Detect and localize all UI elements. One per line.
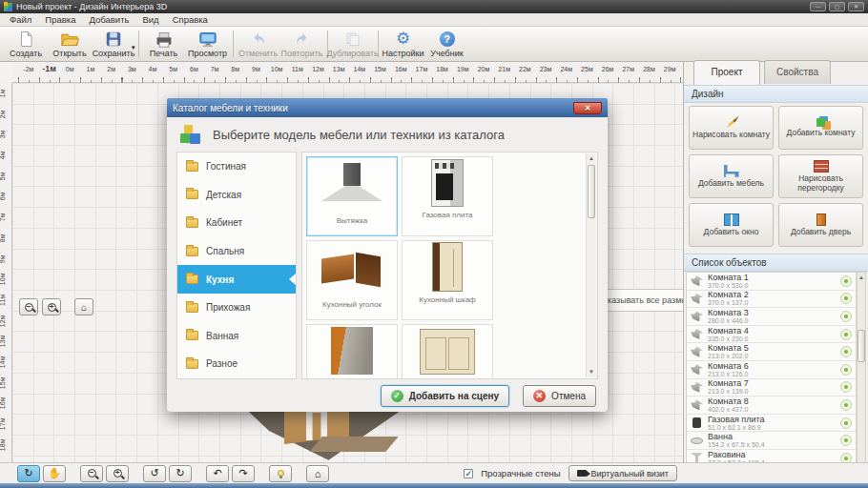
objects-scrollbar[interactable]: ▲ ▼ — [857, 272, 866, 481]
visibility-eye-icon[interactable] — [840, 364, 852, 376]
visibility-eye-icon[interactable] — [840, 329, 852, 340]
visibility-eye-icon[interactable] — [840, 293, 852, 304]
add-window-button[interactable]: Добавить окно — [689, 203, 774, 247]
object-name: Газовая плита — [708, 415, 836, 424]
draw-partition-button[interactable]: Нарисовать перегородку — [778, 154, 863, 198]
object-list-item[interactable]: Комната 4 335.0 x 230.0 — [687, 326, 856, 344]
draw-room-button[interactable]: Нарисовать комнату — [689, 106, 774, 150]
pan-tool-button[interactable]: ✋ — [43, 465, 66, 482]
add-door-button[interactable]: Добавить дверь — [778, 203, 863, 247]
visibility-eye-icon[interactable] — [840, 435, 852, 446]
catalog-item[interactable]: Кухонный шкаф — [402, 240, 493, 320]
scroll-up-icon[interactable]: ▲ — [587, 153, 596, 164]
cancel-button[interactable]: ✕ Отмена — [523, 385, 596, 407]
settings-button[interactable]: ⚙ Настройки — [382, 28, 425, 60]
tab-project[interactable]: Проект — [693, 60, 760, 85]
catalog-item[interactable]: Полка угловая — [306, 324, 398, 378]
preview-button[interactable]: Просмотр — [186, 28, 230, 60]
add-furniture-button[interactable]: Добавить мебель — [689, 154, 774, 198]
category-label: Гостиная — [206, 161, 246, 172]
object-text: Комната 2 370.0 x 137.0 — [708, 290, 836, 307]
tutorial-button[interactable]: ? Учебник — [425, 28, 469, 60]
category-item[interactable]: Прихожая — [177, 294, 296, 322]
zoom-out-button[interactable]: − — [19, 298, 38, 315]
design-buttons: Нарисовать комнату Добавить комнату Доба… — [689, 106, 863, 247]
object-list-item[interactable]: Комната 3 280.0 x 446.0 — [687, 308, 856, 326]
visibility-eye-icon[interactable] — [840, 417, 852, 429]
category-item[interactable]: Спальня — [177, 237, 296, 266]
object-list-item[interactable]: Комната 7 213.0 x 139.0 — [687, 379, 856, 397]
folder-icon — [186, 162, 198, 172]
category-item[interactable]: Детская — [177, 181, 296, 210]
zoom-in-button[interactable]: + — [42, 298, 61, 315]
dialog-title-bar[interactable]: Каталог мебели и техники ✕ — [167, 98, 608, 117]
home-view-button[interactable]: ⌂ — [74, 298, 93, 315]
scroll-down-icon[interactable]: ▼ — [587, 367, 596, 377]
catalog-item[interactable]: Стол кухонный с двумя я... — [402, 324, 493, 378]
monitor-icon — [198, 30, 217, 48]
object-list-item[interactable]: Комната 1 370.0 x 530.0 — [687, 273, 856, 291]
scroll-up-icon[interactable]: ▲ — [858, 273, 865, 282]
rotate-down-button[interactable]: ↻ — [169, 465, 192, 482]
visibility-eye-icon[interactable] — [840, 275, 852, 287]
zoom-out-button[interactable]: − — [80, 465, 103, 482]
new-button[interactable]: Создать — [4, 28, 48, 60]
object-list-item[interactable]: Комната 2 370.0 x 137.0 — [687, 291, 856, 309]
menu-item[interactable]: Файл — [4, 13, 37, 26]
category-item[interactable]: Ванная — [177, 322, 296, 351]
category-item[interactable]: Кабинет — [177, 209, 296, 237]
print-button[interactable]: Печать — [142, 28, 186, 60]
virtual-visit-button[interactable]: Виртуальный визит — [568, 465, 677, 481]
visibility-eye-icon[interactable] — [840, 346, 852, 357]
category-item[interactable]: Разное — [177, 350, 296, 378]
category-item[interactable]: Гостиная — [177, 152, 296, 181]
light-button[interactable] — [269, 465, 292, 482]
scrollbar-thumb[interactable] — [858, 330, 865, 362]
category-item[interactable]: Кухня — [177, 265, 296, 294]
menu-item[interactable]: Правка — [39, 13, 81, 26]
minimize-icon[interactable]: — — [810, 2, 826, 11]
transparent-walls-checkbox[interactable]: ✓ — [464, 469, 473, 478]
orbit-left-button[interactable]: ↶ — [206, 465, 229, 482]
catalog-item[interactable]: Вытяжка — [306, 156, 398, 236]
add-to-scene-button[interactable]: ✓ Добавить на сцену — [381, 385, 509, 407]
visibility-eye-icon[interactable] — [840, 399, 852, 411]
catalog-item[interactable]: Газовая плита — [402, 156, 493, 236]
catalog-item[interactable]: Кухонный уголок — [306, 240, 398, 320]
folder-icon — [186, 247, 198, 256]
show-all-sizes-label[interactable]: казывать все размеры — [607, 289, 683, 312]
dialog-close-icon[interactable]: ✕ — [573, 102, 602, 114]
visibility-eye-icon[interactable] — [840, 311, 852, 322]
object-list-item[interactable]: Комната 8 402.0 x 437.0 — [687, 396, 856, 415]
menu-item[interactable]: Вид — [136, 13, 164, 26]
item-label: Газовая плита — [403, 211, 492, 219]
visibility-eye-icon[interactable] — [840, 381, 852, 393]
panel-tabs: Проект Свойства — [684, 60, 868, 85]
object-list-item[interactable]: Комната 5 213.0 x 202.0 — [687, 343, 856, 361]
menu-item[interactable]: Справка — [167, 13, 214, 26]
object-text: Комната 7 213.0 x 139.0 — [708, 378, 836, 396]
save-button[interactable]: Сохранить — [92, 28, 135, 60]
object-list-item[interactable]: Комната 6 213.0 x 126.0 — [687, 361, 856, 379]
tab-properties[interactable]: Свойства — [764, 60, 831, 84]
object-type-icon — [691, 399, 703, 410]
menu-item[interactable]: Добавить — [83, 13, 134, 26]
category-label: Кабинет — [206, 217, 242, 228]
catalog-scrollbar[interactable]: ▲ ▼ — [586, 153, 596, 377]
3d-room-preview[interactable] — [232, 408, 418, 462]
object-list-item[interactable]: Ванна 154.2 x 67.5 x 50.4 — [687, 432, 856, 450]
maximize-icon[interactable]: ▢ — [829, 2, 845, 11]
orbit-tool-button[interactable]: ↻ — [17, 465, 40, 482]
open-button[interactable]: Открыть — [48, 28, 92, 60]
object-name: Комната 6 — [708, 361, 836, 371]
rotate-up-button[interactable]: ↺ — [143, 465, 166, 482]
add-room-button[interactable]: Добавить комнату — [778, 106, 863, 150]
orbit-right-button[interactable]: ↷ — [232, 465, 255, 482]
close-icon[interactable]: ✕ — [848, 2, 864, 11]
save-dropdown-icon[interactable]: ▾ — [132, 44, 135, 51]
scrollbar-thumb[interactable] — [588, 165, 595, 218]
zoom-in-button[interactable]: + — [106, 465, 129, 482]
home-view-button[interactable]: ⌂ — [306, 465, 329, 482]
object-list-item[interactable]: Газовая плита 51.0 x 62.1 x 86.9 — [687, 415, 856, 433]
zoom-out-icon: − — [25, 303, 33, 312]
